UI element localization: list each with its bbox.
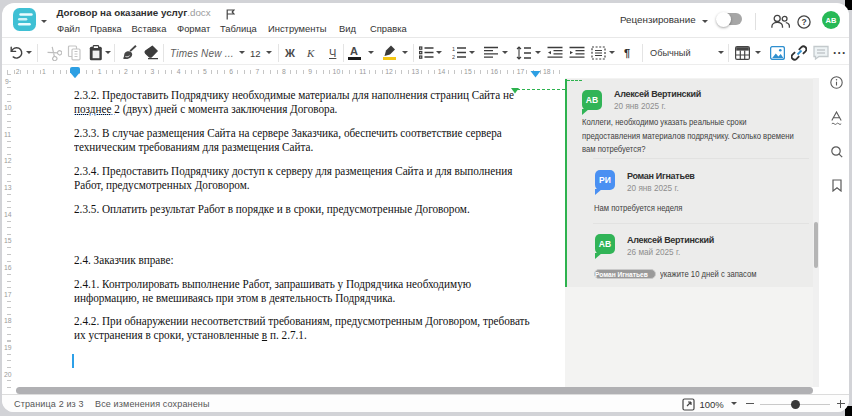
svg-text:2: 2 — [452, 54, 455, 60]
svg-text:?: ? — [801, 17, 806, 27]
svg-text:1: 1 — [452, 46, 455, 52]
